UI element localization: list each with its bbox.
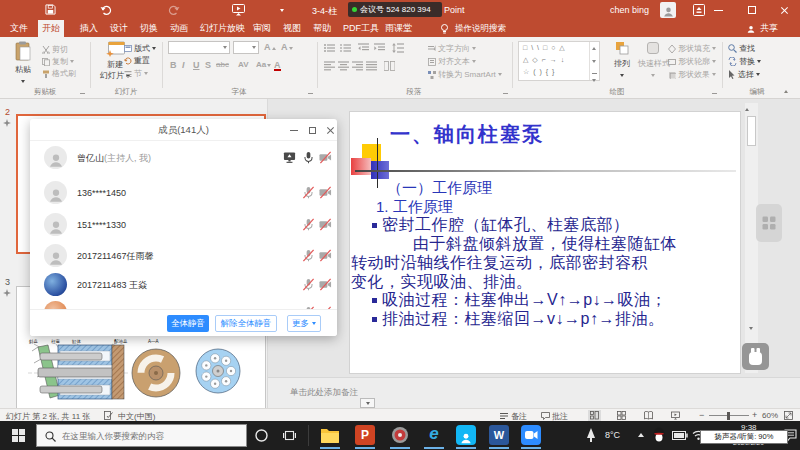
normal-view-button[interactable]: [588, 410, 601, 421]
zoom-level[interactable]: 60%: [762, 411, 778, 420]
tab-review[interactable]: 审阅: [249, 20, 275, 37]
bold-button[interactable]: B: [170, 60, 177, 70]
settings-app-icon[interactable]: [390, 425, 410, 445]
share-button[interactable]: 共享: [756, 20, 782, 37]
unmute-all-button[interactable]: 解除全体静音: [215, 315, 277, 332]
tab-slideshow[interactable]: 幻灯片放映: [196, 20, 249, 37]
bullets-icon[interactable]: [324, 43, 335, 53]
tray-temperature[interactable]: 8°C: [605, 430, 620, 440]
members-panel-header[interactable]: 成员(141人): [30, 119, 337, 141]
account-name[interactable]: chen bing: [610, 5, 649, 15]
text-direction-button[interactable]: 文字方向: [428, 43, 476, 54]
member-row[interactable]: 2017211467任雨馨: [30, 241, 337, 271]
paragraph-dialog-launcher[interactable]: [503, 89, 508, 94]
arrange-button[interactable]: 排列: [608, 41, 636, 79]
slide2-animation-star-icon[interactable]: [3, 119, 11, 127]
shrink-font-button[interactable]: A: [281, 42, 293, 52]
layout-button[interactable]: 版式: [124, 43, 156, 54]
reading-view-icon[interactable]: [644, 411, 653, 420]
tab-view[interactable]: 视图: [279, 20, 305, 37]
reset-button[interactable]: 重置: [124, 55, 150, 66]
scrollbar-thumb[interactable]: [747, 116, 756, 146]
member-row[interactable]: 136****1450: [30, 178, 337, 208]
shapes-scroll-down-icon[interactable]: [592, 60, 596, 63]
camera-off-icon[interactable]: [319, 218, 332, 231]
shape-outline-button[interactable]: 形状轮廓: [668, 56, 716, 67]
font-color-button[interactable]: A: [274, 60, 281, 71]
grow-font-button[interactable]: A: [264, 42, 276, 52]
collapse-ribbon-icon[interactable]: [784, 90, 788, 93]
slide-bullet-2[interactable]: 吸油过程：柱塞伸出→V↑→p↓→吸油；: [382, 290, 667, 311]
zoom-slider-thumb[interactable]: [727, 412, 730, 420]
panel-minimize-button[interactable]: [286, 119, 302, 141]
mic-off-icon[interactable]: [302, 278, 315, 291]
camera-off-icon[interactable]: [319, 186, 332, 199]
cortana-icon[interactable]: [254, 428, 269, 443]
meeting-id-badge[interactable]: 会议号 524 820 394: [348, 2, 442, 17]
tab-help[interactable]: 帮助: [309, 20, 335, 37]
underline-button[interactable]: U: [193, 60, 200, 70]
powerpoint-taskbar-icon[interactable]: P: [355, 425, 375, 445]
increase-indent-icon[interactable]: [374, 43, 385, 53]
numbering-icon[interactable]: [340, 43, 351, 53]
more-button[interactable]: 更多: [287, 315, 321, 332]
drawing-dialog-launcher[interactable]: [712, 89, 717, 94]
find-button[interactable]: 查找: [728, 43, 755, 54]
slide-bullet-1[interactable]: 密封工作腔（缸体孔、柱塞底部）: [382, 215, 630, 236]
slideshow-view-icon[interactable]: [671, 411, 680, 420]
zoom-out-button[interactable]: −: [699, 410, 704, 420]
meeting-dock-widget[interactable]: [756, 204, 782, 242]
shapes-more-icon[interactable]: [592, 73, 597, 86]
format-painter-button[interactable]: 格式刷: [42, 68, 76, 79]
cut-button[interactable]: 剪切: [42, 44, 68, 55]
camera-off-icon[interactable]: [319, 151, 332, 164]
select-button[interactable]: 选择: [728, 69, 760, 80]
member-row[interactable]: 151****1330: [30, 210, 337, 240]
replace-button[interactable]: 替换: [728, 56, 761, 67]
slide-bullet-3[interactable]: 排油过程：柱塞缩回→v↓→p↑→排油。: [382, 309, 664, 330]
taskbar-search-box[interactable]: [36, 424, 247, 447]
notes-pane[interactable]: 单击此处添加备注: [268, 377, 800, 408]
mute-all-button[interactable]: 全体静音: [167, 315, 209, 332]
slide-para-1[interactable]: 由于斜盘倾斜放置，使得柱塞随缸体: [413, 234, 677, 255]
tab-transitions[interactable]: 切换: [136, 20, 162, 37]
align-left-icon[interactable]: [324, 61, 335, 71]
shape-effects-button[interactable]: 形状效果: [668, 69, 716, 80]
undo-icon[interactable]: [100, 5, 112, 15]
italic-button[interactable]: I: [182, 60, 185, 70]
slide-para-2[interactable]: 转动时沿轴线作往复运动，底部密封容积: [351, 253, 648, 274]
screen-share-icon[interactable]: [283, 151, 296, 164]
qq-tray-icon[interactable]: [652, 427, 666, 444]
task-view-icon[interactable]: [283, 429, 296, 442]
change-case-button[interactable]: Aa: [256, 60, 271, 69]
slide-canvas[interactable]: 一、轴向柱塞泵 （一）工作原理 1. 工作原理 密封工作腔（缸体孔、柱塞底部） …: [350, 112, 740, 373]
align-text-button[interactable]: 对齐文本: [428, 56, 476, 67]
minimize-button[interactable]: [706, 0, 730, 20]
proofing-icon[interactable]: [104, 411, 113, 420]
word-taskbar-icon[interactable]: W: [489, 425, 509, 445]
slide3-animation-star-icon[interactable]: [3, 289, 11, 297]
tencent-meeting-icon[interactable]: [521, 425, 541, 445]
tab-animations[interactable]: 动画: [166, 20, 192, 37]
save-icon[interactable]: [45, 4, 56, 15]
scroll-up-icon[interactable]: [745, 108, 749, 111]
copy-button[interactable]: 复制: [42, 56, 74, 67]
qat-customize-icon[interactable]: [280, 9, 284, 12]
mic-off-icon[interactable]: [302, 249, 315, 262]
slide-title[interactable]: 一、轴向柱塞泵: [390, 121, 544, 148]
convert-smartart-button[interactable]: 转换为 SmartArt: [428, 69, 502, 80]
start-slideshow-icon[interactable]: [232, 4, 245, 16]
section-button[interactable]: 节: [124, 68, 148, 79]
camera-off-icon[interactable]: [319, 278, 332, 291]
tab-home[interactable]: 开始: [38, 20, 64, 37]
tray-tree-icon[interactable]: [585, 428, 597, 443]
strikethrough-button[interactable]: abc: [216, 60, 229, 69]
file-explorer-icon[interactable]: [320, 426, 340, 445]
tab-rain-classroom[interactable]: 雨课堂: [381, 20, 416, 37]
font-size-dropdown[interactable]: [233, 41, 259, 54]
mic-on-icon[interactable]: [302, 151, 315, 164]
font-name-dropdown[interactable]: [168, 41, 230, 54]
paste-button[interactable]: 粘贴: [6, 41, 40, 85]
line-spacing-icon[interactable]: [392, 43, 404, 53]
zoom-in-button[interactable]: +: [752, 410, 757, 420]
